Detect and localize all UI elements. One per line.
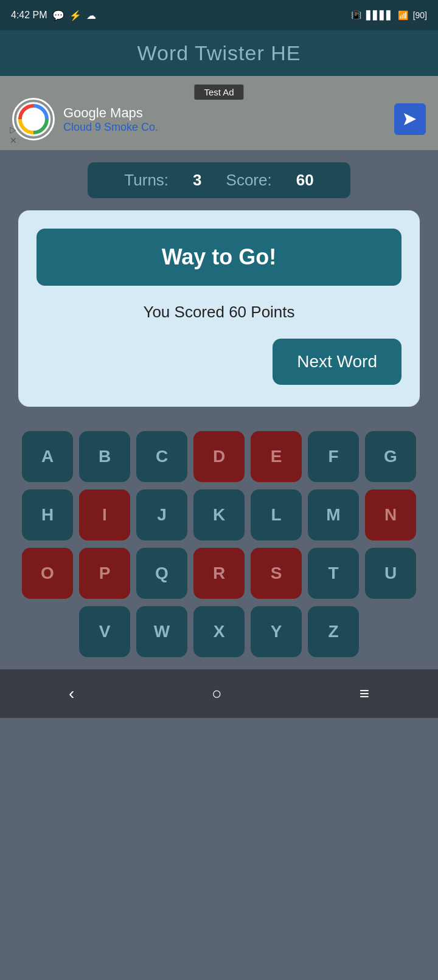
key-x[interactable]: X — [193, 606, 245, 657]
score-label: Score: — [226, 171, 272, 190]
key-w[interactable]: W — [136, 606, 187, 657]
key-d[interactable]: D — [193, 431, 245, 482]
key-o[interactable]: O — [22, 548, 73, 599]
key-e[interactable]: E — [251, 431, 302, 482]
key-h[interactable]: H — [22, 489, 73, 540]
way-to-go-button[interactable]: Way to Go! — [36, 229, 401, 286]
ad-nav-icon[interactable] — [394, 103, 426, 135]
ad-subtitle: Cloud 9 Smoke Co. — [63, 121, 386, 134]
key-row-1: HIJKLMN — [6, 489, 432, 540]
key-c[interactable]: C — [136, 431, 187, 482]
score-panel: Turns: 3 Score: 60 — [88, 162, 350, 198]
key-s[interactable]: S — [251, 548, 302, 599]
key-i[interactable]: I — [79, 489, 130, 540]
key-l[interactable]: L — [251, 489, 302, 540]
ad-close-icon[interactable]: ✕ — [10, 136, 17, 145]
svg-marker-1 — [404, 113, 416, 125]
modal-card: Way to Go! You Scored 60 Points Next Wor… — [18, 210, 420, 407]
turns-label: Turns: — [124, 171, 169, 190]
key-q[interactable]: Q — [136, 548, 187, 599]
signal-icon: ▋▋▋▋ — [366, 10, 393, 20]
app-header: Word Twister HE — [0, 30, 438, 76]
ad-play-icon[interactable]: ▷ — [10, 125, 17, 134]
status-bar: 4:42 PM 💬 ⚡ ☁ 📳 ▋▋▋▋ 📶 [90] — [0, 0, 438, 30]
score-bar: Turns: 3 Score: 60 — [0, 150, 438, 210]
key-v[interactable]: V — [79, 606, 130, 657]
key-row-2: OPQRSTU — [6, 548, 432, 599]
key-y[interactable]: Y — [251, 606, 302, 657]
ad-logo — [12, 98, 55, 140]
wifi-icon: 📶 — [398, 10, 408, 20]
key-t[interactable]: T — [308, 548, 359, 599]
key-m[interactable]: M — [308, 489, 359, 540]
ad-company: Google Maps — [63, 105, 386, 121]
key-f[interactable]: F — [308, 431, 359, 482]
next-word-button[interactable]: Next Word — [273, 339, 401, 385]
app-title: Word Twister HE — [137, 41, 301, 64]
key-n[interactable]: N — [365, 489, 416, 540]
menu-button[interactable]: ≡ — [360, 684, 369, 703]
ad-label: Test Ad — [194, 85, 243, 100]
ad-banner: Test Ad Google Maps Cloud 9 Smoke Co. ▷ … — [0, 76, 438, 150]
battery-display: [90] — [413, 10, 427, 20]
time-display: 4:42 PM — [11, 10, 47, 21]
key-k[interactable]: K — [193, 489, 245, 540]
key-b[interactable]: B — [79, 431, 130, 482]
status-bar-left: 4:42 PM 💬 ⚡ ☁ — [11, 10, 96, 21]
home-button[interactable]: ○ — [212, 684, 222, 703]
key-row-0: ABCDEFG — [6, 431, 432, 482]
key-p[interactable]: P — [79, 548, 130, 599]
score-value: 60 — [296, 171, 314, 190]
keyboard-section: ABCDEFGHIJKLMNOPQRSTUVWXYZ — [0, 419, 438, 657]
whatsapp-icon: 💬 — [52, 10, 64, 21]
key-a[interactable]: A — [22, 431, 73, 482]
vibrate-icon: 📳 — [351, 10, 361, 20]
scored-text: You Scored 60 Points — [143, 303, 294, 322]
key-r[interactable]: R — [193, 548, 245, 599]
ad-controls: ▷ ✕ — [10, 125, 17, 145]
key-z[interactable]: Z — [308, 606, 359, 657]
key-u[interactable]: U — [365, 548, 416, 599]
key-j[interactable]: J — [136, 489, 187, 540]
ad-text: Google Maps Cloud 9 Smoke Co. — [63, 105, 386, 134]
cloud-icon: ☁ — [86, 10, 96, 21]
usb-icon: ⚡ — [69, 10, 82, 21]
status-bar-right: 📳 ▋▋▋▋ 📶 [90] — [351, 10, 427, 20]
nav-bar: ‹ ○ ≡ — [0, 669, 438, 718]
back-button[interactable]: ‹ — [69, 684, 74, 703]
turns-value: 3 — [193, 171, 201, 190]
key-g[interactable]: G — [365, 431, 416, 482]
key-row-3: VWXYZ — [6, 606, 432, 657]
